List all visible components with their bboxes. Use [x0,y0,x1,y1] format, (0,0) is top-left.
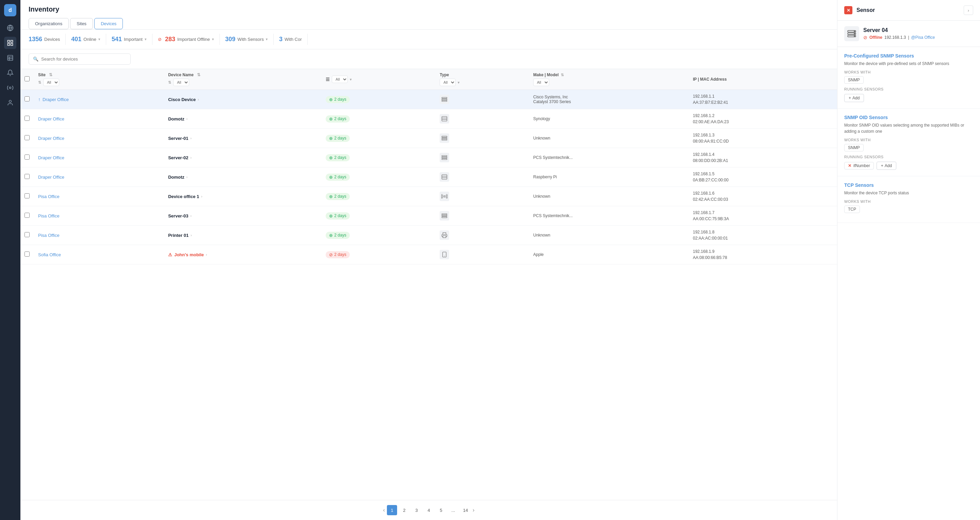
row-checkbox[interactable] [24,232,30,237]
site-link[interactable]: Sofia Office [38,252,61,257]
name-sort-icon[interactable]: ⇅ [197,73,200,77]
col-make-model: Make | Model ⇅ All [529,69,689,90]
row-chevron-icon[interactable]: › [191,234,192,237]
panel-close-button[interactable]: ✕ [844,6,853,14]
app-logo[interactable]: d [4,4,16,16]
col-status: ☰ All ▾ [321,69,436,90]
page-btn-2[interactable]: 2 [399,505,409,515]
stat-online[interactable]: 401 Online ▾ [66,34,106,45]
device-name-link[interactable]: Device office 1 [168,194,199,199]
row-ip-cell: 192.168.1.9 AA:08:00:66:B5:78 [689,245,837,264]
plus-icon-1: + [881,163,883,168]
status-filter-select[interactable]: All [332,76,348,83]
row-chevron-icon[interactable]: › [190,214,191,218]
device-name-link[interactable]: Printer 01 [168,233,189,238]
row-checkbox[interactable] [24,213,30,218]
next-page-btn[interactable]: › [473,507,474,513]
search-input[interactable] [41,57,126,62]
row-make-cell: Synology [529,109,689,129]
site-link[interactable]: Pisa Office [38,194,60,199]
row-checkbox[interactable] [24,116,30,121]
device-name-link[interactable]: Server-02 [168,155,188,160]
page-btn-14[interactable]: 14 [460,505,471,515]
stat-count-cor: 3 [279,36,282,43]
row-checkbox[interactable] [24,96,30,102]
mac-address: 02:AA:AC:00:00:01 [693,235,833,241]
sidebar-item-globe[interactable] [4,22,16,34]
table-row: Sofia Office ⚠ John's mobile › ⊘ 2 days … [21,245,837,264]
row-status-cell: ⊕ 2 days [321,206,436,226]
row-ip-cell: 192.168.1.2 02:00:AE:AA:DA:23 [689,109,837,129]
page-btn-3[interactable]: 3 [411,505,422,515]
device-type-icon [440,250,449,259]
row-checkbox[interactable] [24,135,30,140]
site-sort-icon[interactable]: ⇅ [49,73,52,77]
page-btn-4[interactable]: 4 [424,505,434,515]
row-chevron-icon[interactable]: › [190,137,191,140]
tab-devices[interactable]: Devices [94,18,123,29]
row-name-cell: Domotz › [164,167,321,187]
add-sensor-btn-0[interactable]: + Add [844,94,864,102]
status-badge: ⊕ 2 days [326,96,350,103]
row-chevron-icon[interactable]: › [186,175,188,179]
sidebar-item-inventory[interactable] [4,37,16,49]
prev-page-btn[interactable]: ‹ [383,507,385,513]
status-circle-icon: ⊕ [329,175,333,180]
page-btn-5[interactable]: 5 [436,505,446,515]
stat-total-devices[interactable]: 1356 Devices [29,34,66,45]
device-location-link[interactable]: @Pisa Office [911,35,935,40]
device-name-link[interactable]: Cisco Device [168,97,196,102]
site-link[interactable]: Pisa Office [38,233,60,238]
col-ip-mac: IP | MAC Address [689,69,837,90]
site-link[interactable]: Draper Office [38,116,64,121]
row-checkbox[interactable] [24,154,30,160]
site-link[interactable]: Pisa Office [38,213,60,218]
site-link[interactable]: Draper Office [43,97,69,102]
row-chevron-icon[interactable]: › [198,98,199,102]
row-make-cell: Unknown [529,129,689,148]
row-chevron-icon[interactable]: › [206,253,207,257]
row-site-cell: Draper Office [34,109,164,129]
row-chevron-icon[interactable]: › [201,195,202,199]
row-checkbox-cell [21,206,34,226]
stat-with-cor[interactable]: 3 With Cor [274,34,308,45]
stat-label-sensors: With Sensors [237,37,264,42]
device-name-link[interactable]: Domotz [168,116,185,121]
remove-ifnumber-btn[interactable]: ✕ ifNumber [844,162,874,170]
device-name-link[interactable]: Server-01 [168,136,188,141]
sidebar-item-reports[interactable] [4,52,16,64]
row-checkbox[interactable] [24,174,30,179]
tab-organizations[interactable]: Organizations [29,18,69,29]
table-row: Draper Office Domotz › ⊕ 2 days Raspberr… [21,167,837,187]
tab-sites[interactable]: Sites [70,18,93,29]
col-checkbox [21,69,34,90]
stat-with-sensors[interactable]: 309 With Sensors ▾ [220,34,274,45]
site-link[interactable]: Draper Office [38,155,64,160]
sidebar-item-users[interactable] [4,97,16,109]
device-name-link[interactable]: Server-03 [168,213,188,218]
device-name-link[interactable]: John's mobile [174,252,204,257]
stat-important-offline[interactable]: ⊘ 283 Important Offline ▾ [153,34,220,45]
sidebar-item-integrations[interactable] [4,82,16,94]
panel-nav-arrow[interactable]: › [964,5,973,15]
table-row: Draper Office Server-01 › ⊕ 2 days Unkno… [21,129,837,148]
name-filter-select[interactable]: All [173,79,189,86]
row-checkbox[interactable] [24,193,30,199]
type-filter-select[interactable]: All [440,79,456,86]
row-site-cell: Draper Office [34,148,164,167]
site-link[interactable]: Draper Office [38,136,64,141]
site-link[interactable]: Draper Office [38,175,64,180]
row-checkbox[interactable] [24,251,30,257]
row-chevron-icon[interactable]: › [186,117,188,121]
page-btn-1[interactable]: 1 [387,505,397,515]
select-all-checkbox[interactable] [24,76,30,81]
add-sensor-btn-1[interactable]: + Add [877,162,896,170]
stat-important[interactable]: 541 Important ▾ [106,34,153,45]
sidebar-item-alerts[interactable] [4,67,16,79]
row-site-cell: ↑Draper Office [34,90,164,109]
site-filter-select[interactable]: All [43,79,59,86]
make-filter-select[interactable]: All [533,79,549,86]
device-name-link[interactable]: Domotz [168,175,185,180]
row-chevron-icon[interactable]: › [190,156,191,160]
status-badge: ⊕ 2 days [326,232,350,239]
